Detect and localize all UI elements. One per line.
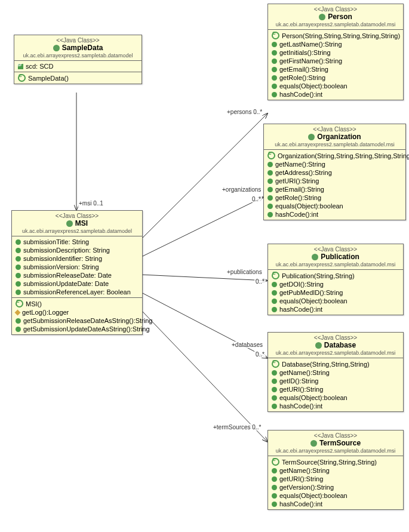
member-text: equals(Object):boolean — [279, 394, 348, 401]
attrs-section: submissionTitle: StringsubmissionDescrip… — [12, 236, 142, 298]
visibility-icon — [272, 360, 279, 368]
class-header: <<Java Class>> Database uk.ac.ebi.arraye… — [268, 333, 403, 358]
class-publication: <<Java Class>> Publication uk.ac.ebi.arr… — [267, 244, 404, 315]
member-row: scd: SCD — [17, 62, 139, 70]
member-row: getName():String — [270, 466, 401, 475]
class-header: <<Java Class>> Person uk.ac.ebi.arrayexp… — [268, 4, 403, 30]
visibility-icon — [16, 300, 23, 307]
ops-section: SampleData() — [14, 72, 142, 84]
member-text: hashCode():int — [279, 91, 322, 98]
svg-line-1 — [142, 113, 267, 239]
member-text: equals(Object):boolean — [275, 202, 343, 210]
member-text: submissionReleaseDate: Date — [23, 272, 112, 279]
ops-section: Person(String,String,String,String,Strin… — [268, 30, 403, 100]
member-text: getName():String — [279, 369, 330, 376]
class-name: TermSource — [272, 439, 399, 447]
member-row: getVersion():String — [270, 483, 401, 491]
visibility-icon — [272, 307, 277, 312]
member-row: getPubMedID():String — [270, 288, 401, 297]
visibility-icon — [272, 458, 279, 466]
visibility-icon — [272, 299, 277, 304]
member-row: Organization(String,String,String,String… — [266, 151, 403, 160]
member-row: getEmail():String — [266, 185, 403, 193]
member-text: hashCode():int — [279, 500, 322, 508]
member-text: submissionUpdateDate: Date — [23, 280, 109, 287]
member-row: Database(String,String,String) — [270, 359, 401, 368]
class-msi: <<Java Class>> MSI uk.ac.ebi.arrayexpres… — [11, 210, 143, 335]
stereotype: <<Java Class>> — [272, 334, 399, 341]
member-row: getName():String — [266, 160, 403, 168]
visibility-icon — [272, 290, 277, 296]
member-row: getInitials():String — [270, 48, 401, 57]
member-row: getAddress():String — [266, 168, 403, 177]
member-text: getRole():String — [275, 194, 321, 201]
visibility-icon — [15, 309, 21, 315]
package: uk.ac.ebi.arrayexpress2.sampletab.datamo… — [267, 142, 402, 147]
class-name: MSI — [16, 219, 139, 227]
visibility-icon — [272, 42, 277, 47]
member-row: hashCode():int — [270, 90, 401, 99]
assoc-persons-label: +persons 0..* — [226, 109, 263, 115]
svg-line-3 — [142, 275, 267, 281]
member-row: submissionReferenceLayer: Boolean — [14, 288, 140, 296]
member-row: equals(Object):boolean — [270, 393, 401, 402]
member-row: hashCode():int — [266, 210, 403, 219]
visibility-icon — [267, 204, 273, 209]
member-text: hashCode():int — [275, 211, 318, 218]
visibility-icon — [272, 476, 277, 482]
attrs-section: scd: SCD — [14, 61, 142, 72]
member-row: submissionVersion: String — [14, 263, 140, 271]
member-text: getURI():String — [279, 386, 323, 393]
member-row: getName():String — [270, 368, 401, 377]
member-text: getSubmissionReleaseDateAsString():Strin… — [23, 317, 152, 324]
stereotype: <<Java Class>> — [18, 37, 138, 44]
member-text: Organization(String,String,String,String… — [278, 152, 409, 159]
visibility-icon — [272, 282, 277, 287]
visibility-icon — [16, 256, 21, 262]
class-name: Person — [272, 13, 399, 21]
visibility-icon — [267, 170, 273, 176]
member-text: getRole():String — [279, 74, 325, 81]
member-row: equals(Object):boolean — [270, 491, 401, 500]
member-row: getSubmissionReleaseDateAsString():Strin… — [14, 316, 140, 325]
package: uk.ac.ebi.arrayexpress2.sampletab.datamo… — [272, 21, 399, 27]
visibility-icon — [272, 379, 277, 384]
class-database: <<Java Class>> Database uk.ac.ebi.arraye… — [267, 332, 404, 412]
member-row: hashCode():int — [270, 305, 401, 313]
visibility-icon — [267, 195, 273, 201]
member-text: getName():String — [279, 467, 330, 474]
member-text: Person(String,String,String,String,Strin… — [282, 32, 400, 39]
member-text: getEmail():String — [279, 66, 328, 73]
member-text: submissionDescription: String — [23, 247, 110, 254]
visibility-icon — [272, 92, 277, 97]
member-row: getLastName():String — [270, 40, 401, 48]
visibility-icon — [267, 152, 275, 159]
assoc-org-label: +organizations — [221, 186, 262, 193]
member-text: getVersion():String — [279, 484, 334, 491]
visibility-icon — [272, 395, 277, 401]
member-row: submissionIdentifier: String — [14, 254, 140, 263]
visibility-icon — [18, 74, 26, 82]
member-text: submissionTitle: String — [23, 238, 89, 245]
member-row: MSI() — [14, 299, 140, 308]
class-header: <<Java Class>> Organization uk.ac.ebi.ar… — [264, 124, 405, 150]
class-header: <<Java Class>> MSI uk.ac.ebi.arrayexpres… — [12, 211, 142, 236]
visibility-icon — [16, 281, 21, 287]
visibility-icon — [16, 239, 21, 245]
visibility-icon — [272, 370, 277, 376]
member-text: getFirstName():String — [279, 57, 342, 64]
member-row: Person(String,String,String,String,Strin… — [270, 31, 401, 40]
ops-section: MSI()getLog():LoggergetSubmissionRelease… — [12, 298, 142, 334]
member-row: getURI():String — [266, 177, 403, 185]
member-text: submissionIdentifier: String — [23, 255, 102, 262]
stereotype: <<Java Class>> — [267, 126, 402, 133]
member-text: submissionVersion: String — [23, 263, 99, 270]
visibility-icon — [16, 327, 21, 332]
member-text: equals(Object):boolean — [279, 492, 348, 499]
member-text: getSubmissionUpdateDateAsString():String — [23, 325, 150, 333]
member-text: getLastName():String — [279, 41, 342, 48]
visibility-icon — [272, 50, 277, 56]
visibility-icon — [272, 493, 277, 499]
visibility-icon — [267, 162, 273, 167]
member-row: hashCode():int — [270, 500, 401, 508]
